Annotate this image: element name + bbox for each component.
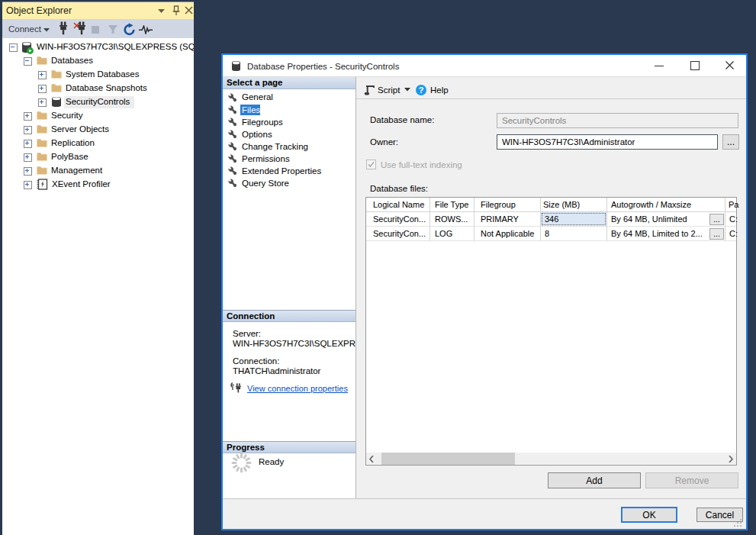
svg-text:?: ?	[419, 85, 424, 95]
